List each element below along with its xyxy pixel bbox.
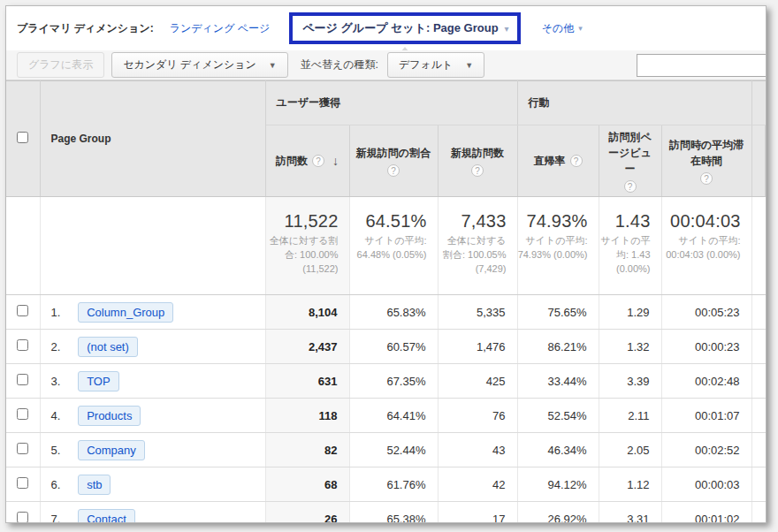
page-group-pill[interactable]: TOP [78, 371, 119, 391]
row-checkbox[interactable] [17, 339, 28, 351]
screenshot-stage: プライマリ ディメンション: ランディング ページ ページ グループ セット: … [0, 0, 778, 532]
page-group-pill[interactable]: stb [78, 475, 111, 495]
table-row: 7. Contact 26 65.38% 17 26.92% 3.31 00:0… [6, 502, 766, 524]
select-all-checkbox[interactable] [17, 132, 28, 143]
cell-bounce-rate: 75.65% [517, 295, 599, 330]
cell-bounce-rate: 26.92% [517, 502, 599, 524]
column-header-new-visit-rate[interactable]: 新規訪問の割合 ? [349, 125, 438, 197]
cell-new-visit-rate: 65.83% [349, 295, 438, 330]
row-checkbox[interactable] [17, 443, 28, 454]
cell-visits: 2,437 [265, 330, 349, 364]
cell-new-visits: 17 [438, 502, 517, 524]
page-group-pill[interactable]: Column_Group [78, 302, 173, 323]
report-panel: プライマリ ディメンション: ランディング ページ ページ グループ セット: … [5, 5, 767, 523]
cell-pages-per-visit: 1.29 [599, 295, 661, 330]
cell-avg-time: 00:00:03 [661, 467, 751, 502]
sort-type-label: 並べ替えの種類: [301, 57, 378, 72]
page-group-pill[interactable]: Company [78, 440, 145, 460]
cell-new-visit-rate: 64.41% [349, 399, 438, 433]
table-row: 5. Company 82 52.44% 43 46.34% 2.05 00:0… [6, 433, 766, 467]
row-index: 3. [51, 375, 75, 388]
primary-dimension-label: プライマリ ディメンション: [17, 21, 154, 36]
row-index: 4. [51, 409, 75, 422]
cell-new-visit-rate: 52.44% [349, 433, 438, 467]
cell-new-visit-rate: 67.35% [349, 364, 438, 399]
row-checkbox[interactable] [17, 374, 28, 385]
row-checkbox[interactable] [17, 408, 28, 420]
cell-new-visit-rate: 61.76% [349, 467, 438, 502]
column-header-new-visits[interactable]: 新規訪問数 ? [438, 125, 517, 197]
help-icon[interactable]: ? [624, 180, 637, 193]
cell-new-visit-rate: 65.38% [349, 502, 438, 524]
sort-type-dropdown[interactable]: デフォルト ▼ [387, 52, 484, 78]
cell-new-visit-rate: 60.57% [349, 330, 438, 364]
cell-new-visits: 5,335 [438, 295, 517, 330]
summary-row: 11,522 全体に対する割合: 100.00% (11,522) 64.51%… [6, 197, 766, 295]
more-dimensions-link[interactable]: その他 ▾ [542, 21, 583, 36]
help-icon[interactable]: ? [471, 164, 484, 177]
row-index: 5. [51, 444, 75, 457]
column-header-avg-time[interactable]: 訪問時の平均滞在時間 ? [661, 125, 751, 197]
row-checkbox[interactable] [17, 477, 28, 489]
chevron-down-icon: ▾ [578, 24, 583, 33]
plot-rows-button[interactable]: グラフに表示 [17, 52, 104, 78]
cutoff-column-header [751, 125, 765, 197]
summary-pages-per-visit: 1.43 サイトの平均: 1.43 (0.00%) [599, 197, 661, 295]
cell-visits: 68 [265, 467, 349, 502]
secondary-dimension-label: セカンダリ ディメンション [123, 57, 256, 72]
cell-bounce-rate: 94.12% [517, 467, 599, 502]
cell-avg-time: 00:02:48 [661, 364, 751, 399]
help-icon[interactable]: ? [700, 172, 713, 185]
cutoff-column-header [751, 81, 765, 125]
summary-avg-time: 00:04:03 サイトの平均: 00:04:03 (0.00%) [661, 197, 751, 295]
help-icon[interactable]: ? [312, 155, 324, 167]
table-row: 6. stb 68 61.76% 42 94.12% 1.12 00:00:03 [6, 467, 766, 502]
page-group-pill[interactable]: Products [78, 406, 141, 426]
cell-bounce-rate: 33.44% [517, 364, 599, 399]
cell-new-visits: 1,476 [438, 330, 517, 364]
cell-visits: 118 [265, 399, 349, 433]
cell-avg-time: 00:05:23 [661, 295, 751, 330]
table-toolbar: グラフに表示 セカンダリ ディメンション ▼ 並べ替えの種類: デフォルト ▼ [6, 50, 766, 80]
cell-new-visits: 42 [438, 467, 517, 502]
cell-pages-per-visit: 1.32 [599, 330, 661, 364]
help-icon[interactable]: ? [570, 155, 583, 167]
page-group-pill[interactable]: Contact [78, 509, 135, 524]
cell-pages-per-visit: 3.31 [599, 502, 661, 524]
cell-pages-per-visit: 1.12 [599, 467, 661, 502]
cell-bounce-rate: 86.21% [517, 330, 599, 364]
cell-visits: 8,104 [265, 295, 349, 330]
dimension-link-landing-page[interactable]: ランディング ページ [170, 21, 271, 36]
table-row: 4. Products 118 64.41% 76 52.54% 2.11 00… [6, 399, 766, 433]
column-header-pages-per-visit[interactable]: 訪問別ページビュー ? [599, 125, 661, 197]
cell-bounce-rate: 52.54% [517, 399, 599, 433]
row-checkbox[interactable] [17, 512, 28, 523]
row-index: 6. [51, 478, 75, 491]
page-group-pill[interactable]: (not set) [78, 337, 138, 357]
cell-visits: 82 [265, 433, 349, 467]
search-input[interactable] [637, 54, 767, 77]
cell-new-visits: 425 [438, 364, 517, 399]
cell-new-visits: 76 [438, 399, 517, 433]
column-header-visits[interactable]: 訪問数 ? ↓ [265, 125, 349, 197]
report-table: Page Group ユーザー獲得 行動 訪問数 ? [6, 80, 766, 523]
help-icon[interactable]: ? [387, 164, 400, 177]
group-header-acquisition: ユーザー獲得 [265, 81, 517, 125]
table-row: 2. (not set) 2,437 60.57% 1,476 86.21% 1… [6, 330, 766, 364]
cell-visits: 26 [265, 502, 349, 524]
chevron-down-icon: ▼ [465, 61, 473, 70]
cell-avg-time: 00:01:07 [661, 399, 751, 433]
cell-avg-time: 00:01:02 [661, 502, 751, 524]
sort-type-value: デフォルト [399, 57, 453, 72]
dimension-tab-page-group-active[interactable]: ページ グループ セット: Page Group ▾ [289, 12, 520, 44]
summary-visits: 11,522 全体に対する割合: 100.00% (11,522) [265, 197, 349, 295]
summary-bounce-rate: 74.93% サイトの平均: 74.93% (0.00%) [517, 197, 599, 295]
chevron-down-icon: ▾ [505, 24, 509, 34]
row-checkbox[interactable] [17, 305, 28, 316]
chevron-down-icon: ▼ [269, 61, 277, 70]
column-header-bounce-rate[interactable]: 直帰率 ? [517, 125, 599, 197]
cell-avg-time: 00:02:52 [661, 433, 751, 467]
secondary-dimension-dropdown[interactable]: セカンダリ ディメンション ▼ [111, 52, 288, 78]
column-header-page-group[interactable]: Page Group [40, 81, 265, 197]
row-index: 7. [51, 513, 75, 524]
